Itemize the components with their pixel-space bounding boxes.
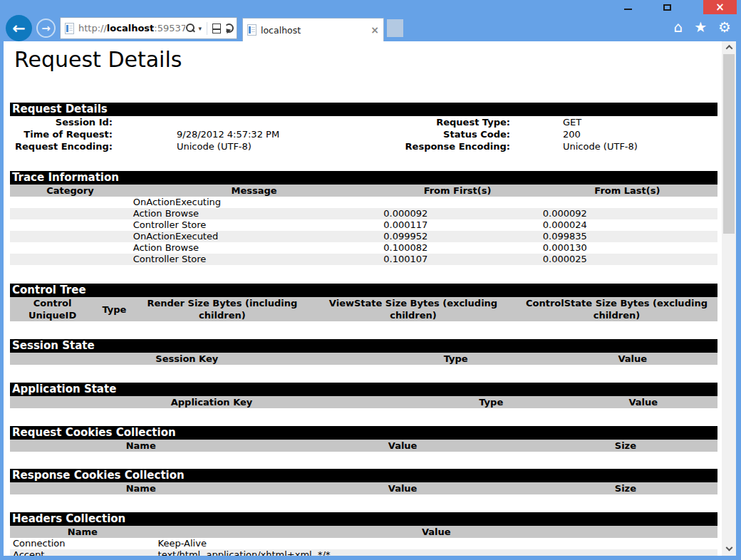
content-area: Request Details Request Details Session … (4, 41, 736, 556)
column-header: Value (155, 526, 717, 538)
cell-message: Controller Store (130, 219, 378, 231)
chevron-down-icon[interactable]: ▾ (198, 25, 202, 32)
address-bar-icons: ▾ (185, 22, 234, 35)
cell-message: Action Browse (130, 242, 378, 254)
table-header-row: Application Key Type Value (10, 396, 717, 408)
column-header: Size (534, 440, 717, 452)
cell-from-first: 0.000117 (378, 219, 537, 231)
section-trace-information: Trace Information Category Message From … (10, 171, 717, 265)
minimize-button[interactable] (611, 0, 644, 14)
column-header: Size (534, 482, 717, 494)
cell-category (10, 242, 130, 254)
field-value (115, 116, 365, 128)
field-value: Unicode (UTF-8) (115, 140, 365, 152)
scroll-down-button[interactable] (722, 544, 736, 556)
divider (207, 22, 207, 35)
column-header: Session Key (10, 353, 364, 365)
section-header: Application State (10, 383, 717, 396)
chevron-down-icon (725, 544, 732, 551)
scroll-up-button[interactable] (722, 41, 736, 53)
new-tab-button[interactable] (387, 19, 403, 37)
table-header-row: Session Key Type Value (10, 353, 717, 365)
search-icon[interactable] (185, 24, 195, 33)
field-label: Request Encoding: (10, 140, 115, 152)
address-bar[interactable]: http://localhost:59537/Trace.a ▾ (60, 17, 237, 39)
section-header: Request Details (10, 103, 717, 116)
cell-header-value: text/html, application/xhtml+xml, */* (155, 549, 717, 556)
column-header: Type (95, 297, 134, 321)
table-header-row: Name Value Size (10, 440, 717, 452)
field-value: GET (513, 116, 717, 128)
favorites-star-icon[interactable]: ★ (694, 18, 707, 36)
column-header: Control UniqueID (10, 297, 95, 321)
table-row: Connection Keep-Alive (10, 538, 717, 549)
tools-gear-icon[interactable]: ⚙ (718, 18, 731, 36)
cell-message: OnActionExecuting (130, 197, 378, 208)
response-cookies-table: Name Value Size (10, 482, 717, 494)
table-row: Accept text/html, application/xhtml+xml,… (10, 549, 717, 556)
compatibility-view-icon[interactable] (212, 24, 221, 33)
table-row: Request Encoding: Unicode (UTF-8) Respon… (10, 140, 717, 152)
close-button[interactable]: × (703, 0, 737, 14)
field-value: 9/28/2012 4:57:32 PM (115, 128, 365, 140)
tab-localhost[interactable]: localhost × (242, 18, 384, 41)
application-state-table: Application Key Type Value (10, 396, 717, 408)
cell-from-last: 0.000092 (537, 208, 717, 219)
cell-from-first (378, 197, 537, 208)
table-header-row: Name Value (10, 526, 717, 538)
tab-title: localhost (261, 25, 370, 36)
trace-information-table: Category Message From First(s) From Last… (10, 185, 717, 265)
request-cookies-table: Name Value Size (10, 440, 717, 452)
cell-category (10, 219, 130, 231)
column-header: Type (364, 353, 548, 365)
session-state-table: Session Key Type Value (10, 353, 717, 365)
section-header: Request Cookies Collection (10, 426, 717, 440)
cell-from-last: 0.000025 (537, 254, 717, 265)
field-value: 200 (513, 128, 717, 140)
maximize-button[interactable] (651, 0, 683, 14)
minimize-icon (624, 9, 632, 10)
table-header-row: Name Value Size (10, 482, 717, 494)
section-session-state: Session State Session Key Type Value (10, 339, 717, 365)
navigation-bar: ← → http://localhost:59537/Trace.a ▾ loc… (0, 14, 741, 41)
back-button[interactable]: ← (6, 15, 32, 41)
cell-from-last: 0.099835 (537, 231, 717, 242)
section-header: Headers Collection (10, 512, 717, 526)
column-header: Category (10, 185, 130, 197)
cell-category (10, 197, 130, 208)
table-row: Session Id: Request Type: GET (10, 116, 717, 128)
cell-header-value: Keep-Alive (155, 538, 717, 549)
maximize-icon (663, 4, 671, 11)
scrollbar-thumb[interactable] (723, 54, 735, 234)
table-row: Action Browse 0.000092 0.000092 (10, 208, 717, 219)
field-label: Time of Request: (10, 128, 115, 140)
forward-button[interactable]: → (36, 19, 56, 38)
home-icon[interactable]: ⌂ (673, 18, 683, 36)
section-headers-collection: Headers Collection Name Value Connection… (10, 512, 717, 556)
toolbar-icons: ⌂ ★ ⚙ (673, 18, 731, 36)
section-control-tree: Control Tree Control UniqueID Type Rende… (10, 284, 717, 321)
vertical-scrollbar[interactable] (722, 41, 736, 556)
column-header: Value (271, 440, 533, 452)
table-row: Time of Request: 9/28/2012 4:57:32 PM St… (10, 128, 717, 140)
column-header: ViewState Size Bytes (excluding children… (311, 297, 516, 321)
refresh-icon[interactable] (224, 24, 234, 33)
table-row: Controller Store 0.100107 0.000025 (10, 254, 717, 265)
cell-message: Controller Store (130, 254, 378, 265)
field-label: Session Id: (10, 116, 115, 128)
cell-message: Action Browse (130, 208, 378, 219)
url-text[interactable]: http://localhost:59537/Trace.a (78, 23, 185, 33)
column-header: Value (271, 482, 533, 494)
cell-header-name: Connection (10, 538, 155, 549)
cell-from-last (537, 197, 717, 208)
cell-from-first: 0.100082 (378, 242, 537, 254)
section-request-details: Request Details Session Id: Request Type… (10, 103, 717, 152)
column-header: From Last(s) (537, 185, 717, 197)
field-label: Request Type: (365, 116, 513, 128)
tab-close-icon[interactable]: × (370, 25, 379, 35)
cell-category (10, 208, 130, 219)
field-label: Response Encoding: (365, 140, 513, 152)
section-header: Response Cookies Collection (10, 469, 717, 482)
section-application-state: Application State Application Key Type V… (10, 383, 717, 408)
section-header: Trace Information (10, 171, 717, 185)
